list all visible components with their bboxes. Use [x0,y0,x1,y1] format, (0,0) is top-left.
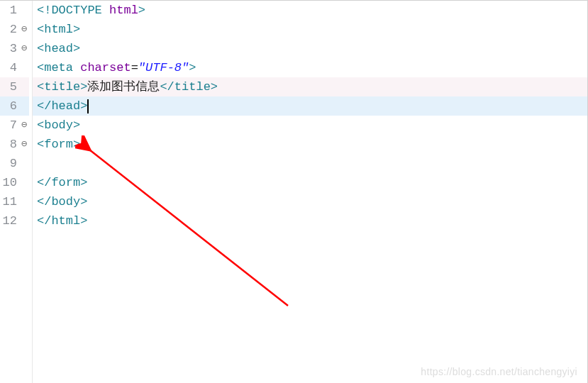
gutter-line: 2⊖ [0,20,29,39]
code-line[interactable]: </body> [33,192,587,211]
fold-icon[interactable]: ⊖ [19,140,29,150]
code-line[interactable]: </html> [33,211,587,231]
code-line[interactable]: </head> [33,96,587,116]
code-area[interactable]: <!DOCTYPE html> <html> <head> <meta char… [33,1,587,383]
gutter-line: 8⊖ [0,135,29,154]
watermark-text: https://blog.csdn.net/tianchengyiyi [421,366,577,377]
gutter-line: 11 [0,192,29,211]
line-number-gutter: 1 2⊖ 3⊖ 4 5 6 7⊖ 8⊖ 9 10 11 12 [0,1,33,383]
code-line[interactable]: <title>添加图书信息</title> [33,77,587,96]
gutter-line: 9 [0,154,29,173]
code-line[interactable]: <html> [33,20,587,39]
text-cursor [87,99,89,113]
fold-icon[interactable]: ⊖ [19,44,29,54]
code-line[interactable]: <!DOCTYPE html> [33,1,587,20]
gutter-line: 3⊖ [0,39,29,58]
gutter-line: 12 [0,211,29,231]
code-line[interactable]: <form> [33,135,587,154]
fold-icon[interactable]: ⊖ [19,121,29,131]
fold-icon[interactable]: ⊖ [19,25,29,35]
gutter-line: 5 [0,77,29,96]
code-line[interactable]: </form> [33,173,587,192]
code-editor: 1 2⊖ 3⊖ 4 5 6 7⊖ 8⊖ 9 10 11 12 <!DOCTYPE… [0,1,587,383]
code-line[interactable]: <body> [33,116,587,135]
gutter-line: 6 [0,96,29,116]
code-line[interactable] [33,154,587,173]
code-line[interactable]: <head> [33,39,587,58]
code-line[interactable]: <meta charset="UTF-8"> [33,58,587,77]
gutter-line: 7⊖ [0,116,29,135]
gutter-line: 1 [0,1,29,20]
gutter-line: 10 [0,173,29,192]
gutter-line: 4 [0,58,29,77]
